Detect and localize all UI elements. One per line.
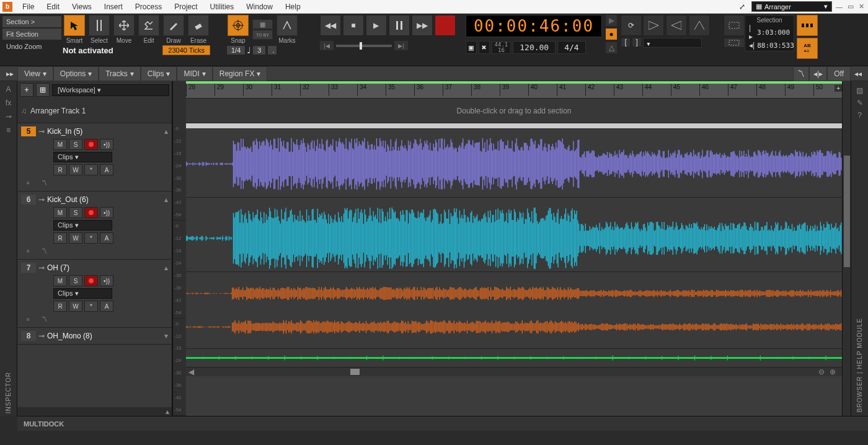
arranger-header[interactable]: ♫ Arranger Track 1: [17, 99, 172, 123]
read-button[interactable]: R: [53, 232, 67, 244]
snap-button[interactable]: [228, 15, 249, 36]
input-echo-button[interactable]: •)): [100, 207, 113, 218]
menu-project[interactable]: Project: [168, 2, 203, 11]
track-name[interactable]: OH (7): [47, 263, 162, 272]
track-automation-icon[interactable]: ≡: [21, 178, 35, 188]
track-pane-collapse[interactable]: ▴: [166, 407, 169, 416]
snap-state[interactable]: Off: [827, 66, 851, 81]
automation-lane-button[interactable]: 〽: [793, 66, 809, 81]
track-header-5[interactable]: 5 ⊸ Kick_In (5) ▴ M S •)) Clips ▾ R W * …: [17, 123, 172, 192]
track-lane-6[interactable]: [186, 198, 842, 272]
set-punch-button[interactable]: [689, 15, 710, 36]
snap-dot-button[interactable]: .: [267, 45, 277, 55]
ripple-edit-button[interactable]: [797, 15, 818, 36]
inspector-text-icon[interactable]: A: [2, 85, 15, 94]
vertical-scrollbar[interactable]: [842, 81, 851, 416]
inspector-wave-icon[interactable]: ⊸: [2, 112, 15, 121]
track-clips-select[interactable]: Clips ▾: [53, 152, 112, 162]
ticks-display[interactable]: 23040 Ticks: [162, 45, 210, 55]
tempo-display[interactable]: 120.00: [513, 41, 556, 54]
workspace-select[interactable]: [Workspace] ▾: [52, 84, 169, 96]
menu-file[interactable]: File: [16, 2, 40, 11]
erase-tool[interactable]: [188, 15, 209, 36]
snap-toby-button[interactable]: TO BY: [252, 30, 273, 40]
archive-button[interactable]: A: [100, 232, 113, 244]
punch-in-button[interactable]: [643, 15, 664, 36]
menu-views[interactable]: Views: [66, 2, 98, 11]
track-header-8[interactable]: 8 ⊸ OH_Mono (8) ▾: [17, 328, 172, 345]
view-menu[interactable]: View ▾: [17, 66, 53, 81]
track-name[interactable]: Kick_Out (6): [47, 195, 162, 204]
track-expand-icon[interactable]: ▾: [164, 332, 168, 340]
snap-split-button[interactable]: ◂|▸: [809, 66, 827, 81]
snap-landmark-button[interactable]: ▦: [252, 19, 273, 29]
menu-process[interactable]: Process: [129, 2, 168, 11]
add-folder-button[interactable]: ⊞: [36, 83, 50, 97]
layout-dropdown[interactable]: ▦ Arranger ▾: [751, 1, 832, 12]
metronome-button[interactable]: △: [606, 42, 617, 53]
tracks-menu[interactable]: Tracks ▾: [99, 66, 141, 81]
arranger-lane[interactable]: Double-click or drag to add section: [186, 99, 842, 123]
mute-button[interactable]: M: [53, 139, 67, 150]
go-start-button[interactable]: |◀: [320, 41, 334, 50]
audio-engine-button[interactable]: ▣: [466, 41, 477, 54]
mute-button[interactable]: M: [53, 275, 67, 286]
menu-insert[interactable]: Insert: [98, 2, 129, 11]
zoom-in-button[interactable]: ⊕: [830, 368, 839, 376]
freeze-button[interactable]: *: [84, 232, 98, 244]
rewind-button[interactable]: ◀◀: [320, 15, 341, 36]
mute-button[interactable]: ✖: [479, 41, 490, 54]
track-expand-icon[interactable]: ▴: [164, 263, 168, 272]
undo-zoom-button[interactable]: Undo Zoom: [2, 41, 61, 52]
pause-button[interactable]: [389, 15, 410, 36]
snap-beat[interactable]: 3: [252, 45, 266, 55]
menu-help[interactable]: Help: [279, 2, 307, 11]
track-clips-select[interactable]: Clips ▾: [53, 288, 112, 299]
add-marker-button[interactable]: +: [835, 85, 842, 92]
solo-button[interactable]: S: [69, 275, 82, 286]
zoom-out-button[interactable]: ⊖: [818, 368, 828, 376]
marker-dropdown[interactable]: ▾: [643, 38, 702, 48]
snap-value[interactable]: 1/4: [226, 45, 246, 55]
time-display[interactable]: 00:00:46:00: [466, 15, 602, 37]
midi-menu[interactable]: MIDI ▾: [177, 66, 212, 81]
read-button[interactable]: R: [53, 301, 67, 312]
menu-utilities[interactable]: Utilities: [204, 2, 241, 11]
track-expand-icon[interactable]: ▴: [164, 127, 168, 136]
track-automation-icon[interactable]: ≡: [21, 314, 35, 324]
shuttle-slider[interactable]: [336, 45, 392, 47]
ab-compare-button[interactable]: AB+≡: [797, 38, 818, 59]
multidock-bar[interactable]: MULTIDOCK: [17, 416, 868, 431]
punch-out-button[interactable]: [666, 15, 687, 36]
loop-button[interactable]: ⟳: [621, 15, 642, 36]
minimize-button[interactable]: —: [835, 3, 844, 11]
track-lane-7[interactable]: [186, 272, 842, 349]
stop-button[interactable]: ■: [343, 15, 364, 36]
inspector-list-icon[interactable]: ≡: [2, 126, 15, 134]
write-button[interactable]: W: [69, 301, 82, 312]
draw-tool[interactable]: [163, 15, 184, 36]
track-header-6[interactable]: 6 ⊸ Kick_Out (6) ▴ M S •)) Clips ▾ R W *…: [17, 192, 172, 260]
freeze-button[interactable]: *: [84, 164, 98, 175]
track-name[interactable]: OH_Mono (8): [47, 332, 162, 340]
browser-edit-icon[interactable]: ✎: [854, 99, 866, 107]
inspector-toggle[interactable]: ▸▸: [2, 69, 17, 78]
record-button[interactable]: [435, 15, 456, 36]
track-name[interactable]: Kick_In (5): [47, 127, 162, 136]
track-automation-icon[interactable]: ≡: [21, 246, 35, 256]
selection-from[interactable]: 3:03:000: [757, 29, 790, 37]
record-mode-button[interactable]: ●: [606, 29, 617, 40]
track-header-7[interactable]: 7 ⊸ OH (7) ▴ M S •)) Clips ▾ R W * A ≡ 〽: [17, 260, 172, 328]
select-area-button-b[interactable]: [724, 38, 745, 48]
track-envelope-icon[interactable]: 〽: [37, 314, 51, 324]
go-end-button[interactable]: ▶|: [394, 41, 408, 50]
scroll-thumb[interactable]: [350, 369, 360, 375]
play-button[interactable]: ▶: [366, 15, 387, 36]
help-icon[interactable]: ?: [854, 111, 866, 120]
section-button[interactable]: Section >: [2, 16, 61, 27]
clips-menu[interactable]: Clips ▾: [141, 66, 177, 81]
time-ruler[interactable]: + 28293031323334353637383940414243444546…: [186, 81, 842, 99]
solo-button[interactable]: S: [69, 139, 82, 150]
scroll-left-icon[interactable]: ◀: [186, 368, 197, 376]
select-area-button[interactable]: [724, 15, 745, 36]
